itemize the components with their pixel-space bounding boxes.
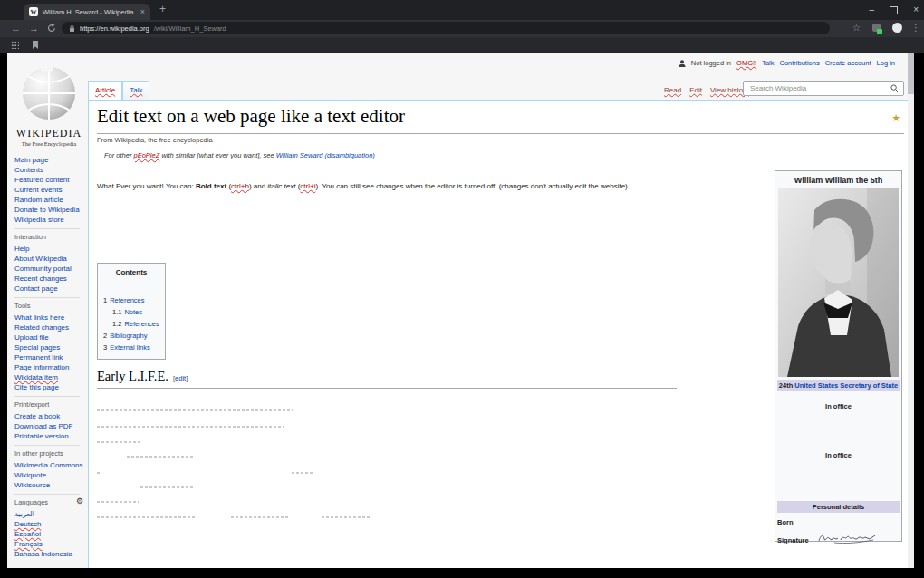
sidebar-item-bahasa-indonesia[interactable]: Bahasa Indonesia: [14, 549, 87, 559]
forward-button[interactable]: →: [29, 23, 39, 34]
born-row: Born: [777, 518, 900, 526]
sidebar-item-community-portal[interactable]: Community portal: [14, 264, 87, 274]
redacted-text-lines: [97, 409, 677, 536]
back-button[interactable]: ←: [11, 23, 21, 34]
toc-link-references[interactable]: References: [110, 296, 144, 304]
new-tab-button[interactable]: +: [159, 3, 166, 15]
sidebar-section-title: Interaction: [14, 228, 80, 242]
window-controls: – ×: [870, 0, 919, 20]
scrollbar[interactable]: [908, 53, 914, 568]
toc-link-bibliography[interactable]: Bibliography: [110, 332, 147, 340]
apps-grid-icon[interactable]: [11, 41, 19, 49]
personal-link-omg[interactable]: OMG!!: [736, 59, 756, 67]
sidebar-item-help[interactable]: Help: [14, 244, 87, 254]
sidebar-item-espa-ol[interactable]: Español: [14, 529, 87, 539]
sidebar-item-special-pages[interactable]: Special pages: [14, 342, 87, 352]
tab-article[interactable]: Article: [88, 81, 122, 100]
personal-link-talk[interactable]: Talk: [762, 59, 774, 67]
personal-link-contributions[interactable]: Contributions: [779, 59, 819, 67]
view-link-edit[interactable]: Edit: [689, 86, 702, 94]
sidebar-item-contents[interactable]: Contents: [14, 165, 87, 175]
wikipedia-page: Not logged in OMG!!TalkContributionsCrea…: [7, 53, 908, 568]
text-run: What Ever you want! You can:: [97, 182, 196, 190]
sidebar-item-related-changes[interactable]: Related changes: [14, 323, 87, 332]
sidebar-item-recent-changes[interactable]: Recent changes: [14, 274, 87, 284]
featured-article-star-icon[interactable]: ★: [891, 112, 900, 124]
personal-links: OMG!!TalkContributionsCreate accountLog …: [736, 59, 895, 67]
sidebar-item-fran-ais[interactable]: Français: [14, 539, 87, 549]
sidebar-item-main-page[interactable]: Main page: [14, 155, 87, 165]
redacted-segment: [140, 486, 193, 488]
tab-talk-link[interactable]: Talk: [130, 86, 142, 94]
red-link[interactable]: ctrl+i: [300, 182, 315, 190]
bookmark-star-icon[interactable]: ☆: [852, 23, 861, 33]
sidebar-item-about-wikipedia[interactable]: About Wikipedia: [14, 254, 87, 264]
sidebar-item-random-article[interactable]: Random article: [14, 195, 87, 205]
hatnote: For other pEoPleZ with similar [what eve…: [104, 151, 375, 159]
sidebar-item-download-as-pdf[interactable]: Download as PDF: [14, 421, 87, 431]
profile-avatar[interactable]: [892, 23, 902, 33]
office-link[interactable]: United States Secretary of State: [794, 381, 898, 390]
sidebar-item-current-events[interactable]: Current events: [14, 185, 87, 195]
sidebar-item-permanent-link[interactable]: Permanent link: [14, 352, 87, 362]
toc-link-notes[interactable]: Notes: [124, 308, 142, 316]
toc-link-external-links[interactable]: External links: [110, 343, 150, 352]
toc-number: 1: [103, 296, 107, 304]
sidebar-item-wikiquote[interactable]: Wikiquote: [14, 470, 87, 480]
red-link[interactable]: ctrl+b: [231, 182, 249, 190]
tab-talk[interactable]: Talk: [122, 81, 149, 100]
wikipedia-logo[interactable]: WIKIPEDIA The Free Encyclopedia: [11, 62, 87, 147]
sidebar-item-upload-file[interactable]: Upload file: [14, 332, 87, 342]
sidebar-item-cite-this-page[interactable]: Cite this page: [14, 382, 87, 392]
article-paragraph: What Ever you want! You can: Bold text (…: [97, 182, 695, 190]
search-input[interactable]: [748, 83, 888, 93]
redacted-segment: [292, 472, 313, 474]
text-run: with similar [what ever you want], see: [159, 151, 275, 159]
toc-link-references[interactable]: References: [124, 320, 159, 328]
personal-link-log-in[interactable]: Log in: [877, 59, 895, 67]
text-run: italic text: [267, 182, 295, 190]
sidebar-item-wikidata-item[interactable]: Wikidata item: [14, 372, 87, 382]
close-button[interactable]: ×: [913, 5, 919, 14]
sidebar-item-wikimedia-commons[interactable]: Wikimedia Commons: [14, 460, 87, 470]
sidebar-nav: Main pageContentsFeatured contentCurrent…: [14, 155, 87, 559]
search-icon[interactable]: [890, 84, 899, 92]
browser-tab-strip: W William H. Seward - Wikipedia × + – ×: [0, 0, 924, 20]
url-domain: https://en.wikipedia.org: [80, 24, 149, 33]
tab-close-icon[interactable]: ×: [140, 8, 145, 16]
sidebar-item-item[interactable]: العربية: [14, 509, 87, 519]
sidebar-item-printable-version[interactable]: Printable version: [14, 431, 87, 441]
wiki-link[interactable]: William Seward (disambiguation): [276, 151, 375, 159]
sidebar-item-contact-page[interactable]: Contact page: [14, 284, 87, 294]
minimize-button[interactable]: –: [870, 5, 875, 14]
sidebar-item-donate-to-wikipedia[interactable]: Donate to Wikipedia: [14, 205, 87, 215]
toc-item: 1References: [103, 294, 165, 306]
sidebar-item-featured-content[interactable]: Featured content: [14, 175, 87, 185]
gear-icon[interactable]: ⚙: [76, 496, 83, 506]
namespace-tabs: ArticleTalk: [88, 81, 149, 100]
red-link[interactable]: pEoPleZ: [134, 151, 160, 159]
sidebar-item-deutsch[interactable]: Deutsch: [14, 519, 87, 529]
sidebar-item-wikisource[interactable]: Wikisource: [14, 480, 87, 490]
maximize-button[interactable]: [890, 6, 898, 14]
extension-icon[interactable]: [872, 24, 881, 32]
sidebar-item-what-links-here[interactable]: What links here: [14, 313, 87, 323]
pinned-bookmark-icon[interactable]: [32, 41, 39, 49]
redacted-line: [97, 486, 677, 489]
sidebar-item-create-a-book[interactable]: Create a book: [14, 411, 87, 421]
sidebar-item-wikipedia-store[interactable]: Wikipedia store: [14, 215, 87, 225]
toc-items: 1References1.1Notes1.2References2Bibliog…: [103, 294, 165, 353]
tab-article-link[interactable]: Article: [95, 86, 115, 94]
section-heading: Early L.I.F.E.: [97, 369, 168, 384]
portrait-image: [778, 188, 899, 377]
browser-menu-icon[interactable]: ⋮: [911, 23, 920, 33]
address-bar[interactable]: https://en.wikipedia.org /wiki/William_H…: [62, 22, 830, 34]
redacted-segment: [127, 456, 195, 458]
browser-tab[interactable]: W William H. Seward - Wikipedia ×: [24, 4, 150, 20]
reload-button[interactable]: [47, 24, 56, 35]
scrollbar-thumb[interactable]: [908, 53, 914, 94]
edit-link[interactable]: edit: [175, 374, 186, 382]
sidebar-item-page-information[interactable]: Page information: [14, 362, 87, 372]
view-link-read[interactable]: Read: [664, 86, 681, 94]
personal-link-create-account[interactable]: Create account: [825, 59, 871, 67]
